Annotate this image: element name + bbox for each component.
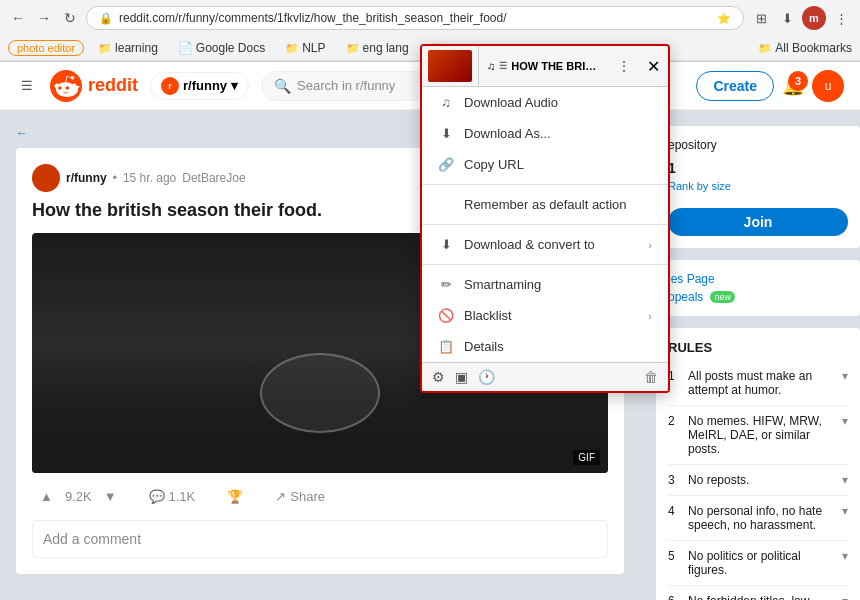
rule-4[interactable]: 4 No personal info, no hate speech, no h… [668,496,848,541]
popup-bottom-bar: ⚙ ▣ 🕐 🗑 [422,362,668,391]
post-dot-sep: • [113,171,117,185]
popup-close-button[interactable]: ✕ [639,53,668,80]
rule-1[interactable]: 1 All posts must make an attempt at humo… [668,361,848,406]
rules-list: 1 All posts must make an attempt at humo… [668,361,848,600]
clock-icon[interactable]: 🕐 [478,369,495,385]
block-icon: 🚫 [438,308,454,323]
separator-icon: ☰ [499,61,507,71]
menu-smartnaming[interactable]: ✏ Smartnaming [422,269,668,300]
vote-section: ▲ 9.2K ▼ [32,485,125,508]
appeals-link[interactable]: ppeals new [668,290,848,304]
post-subreddit[interactable]: r/funny [66,171,107,185]
popup-thumbnail [428,50,472,82]
menu-copy-url[interactable]: 🔗 Copy URL [422,149,668,180]
menu-remember-default[interactable]: Remember as default action [422,189,668,220]
details-icon: 📋 [438,339,454,354]
user-avatar[interactable]: u [812,70,844,102]
menu-label: Download Audio [464,95,558,110]
url-text: reddit.com/r/funny/comments/1fkvliz/how_… [119,11,711,25]
popup-header: ♫ ☰ HOW THE BRITISH S... ⋮ ✕ [422,46,668,87]
subreddit-selector[interactable]: r r/funny ▾ [150,72,249,100]
all-bookmarks[interactable]: 📁 All Bookmarks [758,41,852,55]
menu-divider-3 [422,264,668,265]
browser-toolbar: ← → ↻ 🔒 reddit.com/r/funny/comments/1fkv… [0,0,860,36]
bookmark-google-docs[interactable]: 📄Google Docs [172,39,271,57]
forward-button[interactable]: → [34,8,54,28]
rule-6[interactable]: 6 No forbidden titles, low-effort titles… [668,586,848,600]
rule-3[interactable]: 3 No reposts. ▾ [668,465,848,496]
chevron-icon: ▾ [842,369,848,383]
reddit-logo-icon [50,70,82,102]
rank-by-size[interactable]: Rank by size [668,180,848,192]
subreddit-label: r/funny [183,78,227,93]
bookmark-eng-lang[interactable]: 📁eng lang [340,39,415,57]
browser-icons: ⊞ ⬇ m ⋮ [750,6,852,30]
comments-button[interactable]: 💬 1.1K [141,485,204,508]
sidebar-card-links: les Page ppeals new [656,260,860,316]
menu-blacklist[interactable]: 🚫 Blacklist › [422,300,668,331]
menu-label: Blacklist [464,308,512,323]
more-button[interactable]: ⋮ [830,7,852,29]
rank-section: 1 [668,160,848,176]
popup-more-btn[interactable]: ⋮ [609,54,639,78]
post-actions: ▲ 9.2K ▼ 💬 1.1K 🏆 ↗ Share [32,485,608,508]
chevron-icon: ▾ [842,594,848,600]
menu-details[interactable]: 📋 Details [422,331,668,362]
music-icon: ♫ [487,60,495,72]
share-icon: ↗ [275,489,286,504]
comment-input[interactable]: Add a comment [32,520,608,558]
menu-divider [422,184,668,185]
chevron-icon: ▾ [842,473,848,487]
bookmark-photo-editor[interactable]: photo editor [8,40,84,56]
join-button[interactable]: Join [668,208,848,236]
post-author[interactable]: DetBareJoe [182,171,245,185]
rule-5[interactable]: 5 No politics or political figures. ▾ [668,541,848,586]
menu-download-audio[interactable]: ♫ Download Audio [422,87,668,118]
extensions-icon[interactable]: ⊞ [750,7,772,29]
menu-download-convert[interactable]: ⬇ Download & convert to › [422,229,668,260]
bookmark-learning[interactable]: 📁learning [92,39,164,57]
menu-hamburger[interactable]: ☰ [16,75,38,97]
comment-icon: 💬 [149,489,165,504]
refresh-button[interactable]: ↻ [60,8,80,28]
grid-icon[interactable]: ▣ [455,369,468,385]
rule-2[interactable]: 2 No memes. HIFW, MRW, MeIRL, DAE, or si… [668,406,848,465]
upvote-button[interactable]: ▲ [32,485,61,508]
share-button[interactable]: ↗ Share [267,485,333,508]
notification-area: 🔔 3 [782,75,804,97]
more-dots-icon: ⋮ [617,58,631,74]
rules-page-link[interactable]: les Page [668,272,848,286]
sidebar: epository 1 Rank by size Join les Page p… [640,110,860,600]
bookmark-nlp[interactable]: 📁NLP [279,39,331,57]
arrow-right-icon: › [648,239,652,251]
chevron-down-icon: ▾ [231,78,238,93]
url-bar[interactable]: 🔒 reddit.com/r/funny/comments/1fkvliz/ho… [86,6,744,30]
new-badge: new [710,291,735,303]
downloads-icon[interactable]: ⬇ [776,7,798,29]
reddit-logo[interactable]: reddit [50,70,138,102]
download-icon: ⬇ [438,126,454,141]
trash-icon[interactable]: 🗑 [644,369,658,385]
settings-icon[interactable]: ⚙ [432,369,445,385]
popup-thumbnail-area [422,46,479,86]
repository-label: epository [668,138,848,152]
create-button[interactable]: Create [696,71,774,101]
popup-menu: ♫ Download Audio ⬇ Download As... 🔗 Copy… [422,87,668,362]
header-right: Create 🔔 3 u [696,70,844,102]
profile-button[interactable]: m [802,6,826,30]
subreddit-icon: r [161,77,179,95]
award-button[interactable]: 🏆 [219,485,251,508]
back-icon: ← [16,126,28,140]
back-button[interactable]: ← [8,8,28,28]
menu-download-as[interactable]: ⬇ Download As... [422,118,668,149]
menu-label: Details [464,339,504,354]
menu-label: Download & convert to [464,237,595,252]
gif-badge: GIF [573,450,600,465]
downvote-button[interactable]: ▼ [96,485,125,508]
rules-title: RULES [668,340,848,355]
httpmedia-popup: ♫ ☰ HOW THE BRITISH S... ⋮ ✕ ♫ Download … [420,44,670,393]
post-author-avatar [32,164,60,192]
menu-label: Download As... [464,126,551,141]
close-icon: ✕ [647,58,660,75]
popup-title: HOW THE BRITISH S... [511,60,601,72]
